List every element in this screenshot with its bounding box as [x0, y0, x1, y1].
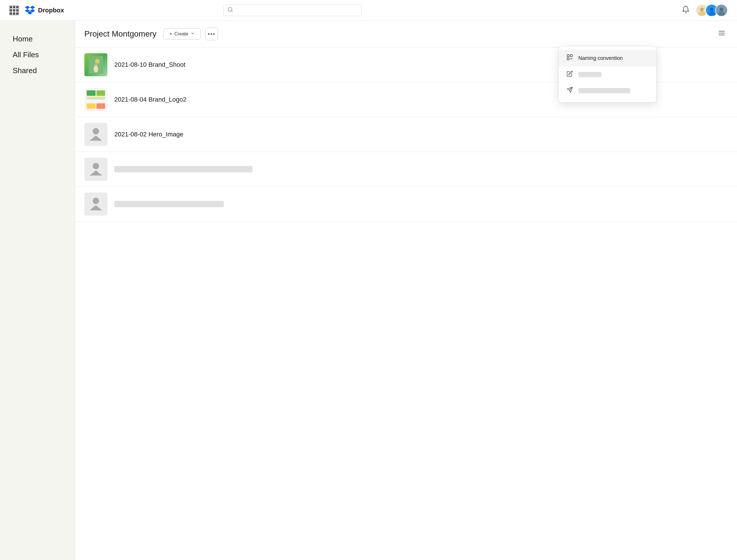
file-row[interactable]	[75, 187, 737, 222]
nav-left: Dropbox	[9, 5, 64, 15]
sidebar-item-all-files[interactable]: All Files	[9, 48, 66, 62]
main-layout: Home All Files Shared Project Montgomery…	[0, 21, 737, 560]
grid-dot	[10, 12, 12, 15]
avatar[interactable]	[715, 4, 728, 17]
grid-dot	[16, 9, 18, 12]
send-icon	[566, 87, 574, 95]
mountain-icon	[89, 136, 102, 141]
dropbox-icon	[25, 6, 35, 15]
dropbox-logo[interactable]: Dropbox	[25, 6, 64, 15]
svg-rect-18	[570, 55, 572, 57]
placeholder-thumbnail	[84, 158, 107, 181]
search-bar-container	[223, 5, 361, 16]
avatar-group	[696, 4, 728, 17]
file-name-placeholder	[114, 201, 224, 207]
person-icon	[93, 163, 99, 169]
sidebar-item-shared[interactable]: Shared	[9, 64, 66, 77]
svg-point-9	[719, 7, 723, 11]
create-plus-icon: +	[169, 31, 172, 37]
file-thumbnail	[84, 53, 107, 76]
layout-toggle-button[interactable]	[716, 28, 728, 40]
content-header: Project Montgomery + Create •••	[75, 21, 737, 47]
search-input[interactable]	[223, 5, 361, 16]
doc-thumbnail-image	[84, 88, 107, 111]
file-row[interactable]	[75, 152, 737, 187]
sidebar-item-home[interactable]: Home	[9, 32, 66, 46]
placeholder-thumbnail	[84, 123, 107, 146]
dropdown-item-rename[interactable]	[559, 66, 656, 83]
edit-icon	[566, 71, 574, 79]
file-thumbnail	[84, 88, 107, 111]
apps-grid-button[interactable]	[9, 5, 19, 15]
dropdown-item-share[interactable]	[559, 83, 656, 99]
nav-right	[681, 4, 728, 17]
logo-label: Dropbox	[38, 7, 64, 14]
grid-dot	[13, 12, 15, 15]
svg-rect-17	[567, 55, 569, 57]
sidebar-navigation: Home All Files Shared	[9, 32, 66, 77]
image-icon	[89, 198, 102, 210]
dropdown-item-naming-convention[interactable]: Naming convention	[559, 50, 656, 66]
file-name: 2021-08-10 Brand_Shoot	[114, 61, 185, 68]
search-icon	[227, 7, 233, 14]
folder-title: Project Montgomery	[84, 29, 157, 39]
grid-dot	[13, 6, 15, 8]
grid-dot	[16, 12, 18, 15]
top-navigation: Dropbox	[0, 0, 737, 21]
file-name-placeholder	[114, 166, 252, 172]
more-options-button[interactable]: •••	[205, 28, 218, 40]
rename-label-placeholder	[578, 72, 601, 77]
grid-dot	[16, 6, 18, 8]
create-button[interactable]: + Create	[163, 28, 201, 40]
grid-dot	[10, 6, 12, 8]
file-thumbnail	[84, 193, 107, 216]
file-thumbnail	[84, 123, 107, 146]
content-area: Project Montgomery + Create •••	[75, 21, 737, 560]
sidebar: Home All Files Shared	[0, 21, 75, 560]
create-label: Create	[174, 31, 188, 37]
file-name: 2021-08-02 Hero_Image	[114, 131, 183, 138]
svg-point-3	[700, 7, 704, 11]
file-thumbnail	[84, 158, 107, 181]
chevron-down-icon	[190, 31, 195, 37]
person-icon	[93, 128, 99, 134]
mountain-icon	[89, 205, 102, 210]
svg-line-1	[231, 11, 233, 12]
svg-point-15	[94, 66, 98, 73]
shoot-thumbnail-image	[84, 53, 107, 76]
ellipsis-icon: •••	[207, 31, 215, 37]
image-icon	[89, 163, 102, 176]
placeholder-thumbnail	[84, 193, 107, 216]
svg-rect-19	[567, 58, 569, 60]
svg-point-6	[710, 7, 713, 11]
dropdown-menu: Naming convention	[559, 46, 656, 102]
grid-dot	[13, 9, 15, 12]
person-icon	[93, 198, 99, 204]
grid-dot	[10, 9, 12, 12]
naming-convention-label: Naming convention	[578, 55, 623, 61]
image-icon	[89, 128, 102, 141]
svg-point-16	[95, 59, 100, 64]
naming-convention-icon	[566, 54, 574, 62]
file-name: 2021-08-04 Brand_Logo2	[114, 96, 186, 103]
mountain-icon	[89, 170, 102, 176]
file-row[interactable]: 2021-08-02 Hero_Image	[75, 117, 737, 152]
share-label-placeholder	[578, 88, 630, 93]
notifications-button[interactable]	[681, 4, 691, 16]
